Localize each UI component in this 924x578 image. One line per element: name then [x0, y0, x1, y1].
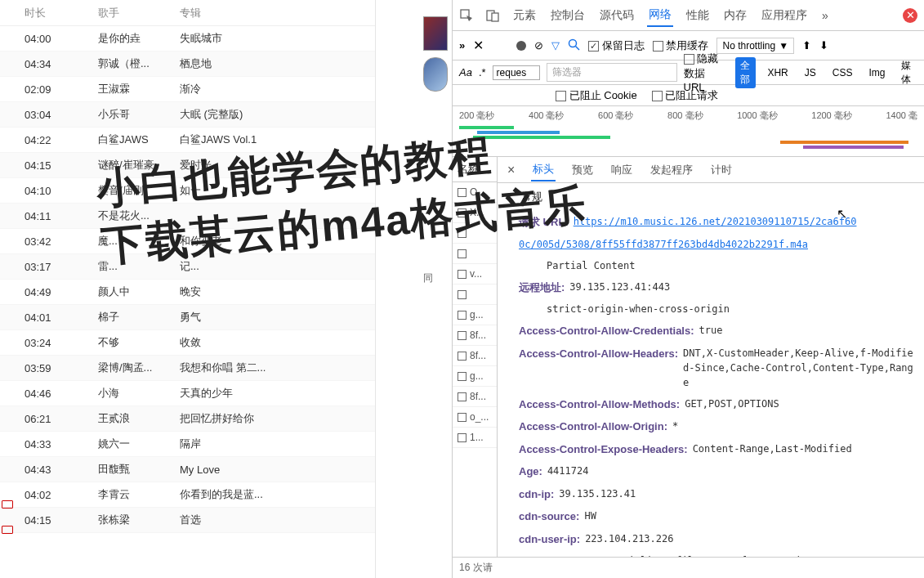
table-row[interactable]: 04:34郭诚（橙...栖息地	[0, 52, 375, 77]
table-row[interactable]: 04:15张栋梁首选	[0, 508, 375, 533]
regex-icon[interactable]: .*	[479, 66, 486, 78]
request-checkbox[interactable]	[458, 413, 466, 422]
request-checkbox[interactable]	[458, 249, 466, 258]
tab-console[interactable]: 控制台	[549, 5, 587, 26]
tab-performance[interactable]: 性能	[685, 5, 711, 26]
search-icon[interactable]	[568, 38, 580, 53]
request-item[interactable]: X...	[453, 203, 497, 223]
type-xhr[interactable]: XHR	[762, 65, 792, 80]
table-row[interactable]: 04:43田馥甄My Love	[0, 457, 375, 482]
filter-input[interactable]: 筛选器	[547, 63, 677, 82]
table-row[interactable]: 04:33姚六一隔岸	[0, 432, 375, 457]
download-icon[interactable]: ⬇	[819, 39, 828, 52]
cell-duration: 03:42	[0, 235, 98, 248]
tabs-more[interactable]: »	[820, 6, 830, 25]
tab-initiator[interactable]: 发起程序	[649, 159, 694, 181]
disable-cache-checkbox[interactable]: 禁用缓存	[653, 38, 709, 53]
search-input[interactable]	[493, 65, 540, 80]
request-checkbox[interactable]	[458, 229, 466, 238]
tab-memory[interactable]: 内存	[722, 5, 748, 26]
request-name: 8f...	[470, 350, 486, 361]
type-media[interactable]: 媒体	[896, 57, 917, 88]
request-item[interactable]: 1...	[453, 428, 497, 448]
request-checkbox[interactable]	[458, 392, 466, 401]
record-icon[interactable]	[516, 41, 526, 51]
upload-icon[interactable]: ⬆	[802, 39, 811, 52]
table-row[interactable]: 04:15谜醉/崔璀豪爱时光	[0, 153, 375, 178]
header-row: Age:4411724	[498, 460, 924, 483]
request-item[interactable]: g...	[453, 366, 497, 387]
request-checkbox[interactable]	[458, 208, 466, 217]
tab-network[interactable]: 网络	[647, 4, 673, 27]
request-item[interactable]	[453, 223, 497, 244]
close-detail-icon[interactable]: ×	[506, 159, 516, 181]
table-row[interactable]: 04:00是你的垚失眠城市	[0, 26, 375, 52]
table-row[interactable]: 04:22白鲨JAWS白鲨JAWS Vol.1	[0, 128, 375, 153]
request-item[interactable]	[453, 244, 497, 264]
more-icon[interactable]: »	[459, 39, 465, 52]
type-js[interactable]: JS	[800, 65, 821, 80]
request-checkbox[interactable]	[458, 372, 466, 381]
blocked-request-checkbox[interactable]: 已阻止请求	[652, 88, 719, 103]
table-row[interactable]: 04:02李霄云你看到的我是蓝...	[0, 482, 375, 508]
request-item[interactable]: g...	[453, 305, 497, 325]
filter-icon[interactable]: ▽	[551, 39, 560, 52]
request-item[interactable]: O...	[453, 182, 497, 203]
type-css[interactable]: CSS	[828, 65, 858, 80]
network-timeline[interactable]: 200 毫秒 400 毫秒 600 毫秒 800 毫秒 1000 毫秒 1200…	[453, 106, 924, 157]
timeline-label: 1200 毫秒	[811, 110, 852, 122]
table-row[interactable]: 03:59梁博/陶孟...我想和你唱 第二...	[0, 356, 375, 381]
request-checkbox[interactable]	[458, 433, 466, 442]
tab-elements[interactable]: 元素	[511, 5, 538, 26]
request-checkbox[interactable]	[458, 352, 466, 361]
album-thumb[interactable]	[423, 16, 448, 51]
table-row[interactable]: 03:42魔...和你变老	[0, 229, 375, 254]
cell-album: 你看到的我是蓝...	[180, 487, 375, 502]
table-row[interactable]: 03:17雷...记...	[0, 254, 375, 280]
type-img[interactable]: Img	[864, 65, 890, 80]
case-icon[interactable]: Aa	[459, 66, 472, 78]
device-icon[interactable]	[485, 8, 500, 23]
request-checkbox[interactable]	[458, 311, 466, 320]
cell-duration: 03:04	[0, 109, 98, 121]
close-icon[interactable]: ✕	[903, 8, 917, 23]
close-filter-icon[interactable]: ✕	[473, 38, 484, 53]
tab-application[interactable]: 应用程序	[760, 5, 809, 26]
request-checkbox[interactable]	[458, 331, 466, 340]
request-item[interactable]: o_...	[453, 407, 497, 428]
request-checkbox[interactable]	[458, 290, 466, 299]
preserve-log-checkbox[interactable]: 保留日志	[588, 38, 645, 53]
album-thumb[interactable]	[423, 57, 448, 92]
request-item[interactable]: v...	[453, 264, 497, 285]
table-row[interactable]: 02:09王淑霖渐冷	[0, 77, 375, 102]
table-row[interactable]: 04:49颜人中晚安	[0, 280, 375, 305]
tab-preview[interactable]: 预览	[570, 159, 595, 181]
inspect-icon[interactable]	[459, 8, 474, 23]
request-item[interactable]: 8f...	[453, 346, 497, 366]
table-row[interactable]: 04:10樊音/庙刚如一	[0, 178, 375, 204]
table-row[interactable]: 03:24不够收敛	[0, 330, 375, 356]
request-item[interactable]: 8f...	[453, 387, 497, 407]
blocked-cookie-checkbox[interactable]: 已阻止 Cookie	[556, 88, 637, 103]
cell-duration: 04:02	[0, 489, 98, 501]
table-row[interactable]: 04:46小海天真的少年	[0, 381, 375, 406]
request-name: v...	[470, 268, 482, 280]
request-item[interactable]: 8f...	[453, 325, 497, 346]
request-checkbox[interactable]	[458, 188, 466, 197]
tab-headers[interactable]: 标头	[531, 159, 556, 181]
cell-album: 勇气	[180, 310, 375, 325]
type-all[interactable]: 全部	[735, 57, 757, 88]
clear-icon[interactable]: ⊘	[534, 39, 543, 52]
request-checkbox[interactable]	[458, 270, 466, 279]
table-row[interactable]: 06:21王贰浪把回忆拼好给你	[0, 406, 375, 432]
hide-data-url-checkbox[interactable]: 隐藏数据 URL	[684, 52, 729, 93]
request-item[interactable]	[453, 285, 497, 305]
table-row[interactable]: 04:01棉子勇气	[0, 305, 375, 330]
table-row[interactable]: 04:11不是花火...	[0, 204, 375, 229]
tab-timing[interactable]: 计时	[709, 159, 734, 181]
general-section[interactable]: 常规	[498, 183, 924, 211]
table-row[interactable]: 03:04小乐哥大眠 (完整版)	[0, 102, 375, 128]
tab-response[interactable]: 响应	[609, 159, 634, 181]
request-list-header: 名称	[453, 157, 497, 182]
tab-sources[interactable]: 源代码	[598, 5, 636, 26]
